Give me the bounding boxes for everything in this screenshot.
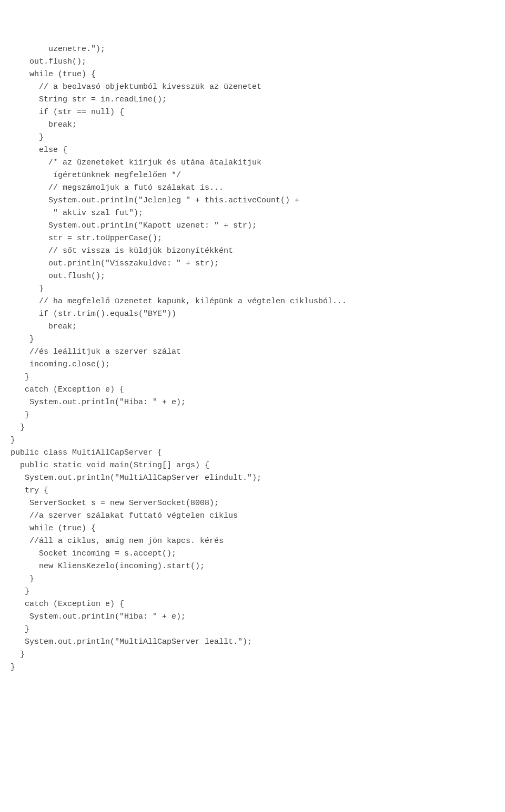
code-line: // megszámoljuk a futó szálakat is...: [11, 182, 494, 194]
code-line: break;: [11, 119, 494, 131]
code-line: ServerSocket s = new ServerSocket(8008);: [11, 497, 494, 510]
code-line: //és leállítjuk a szerver szálat: [11, 346, 494, 358]
code-line: public static void main(String[] args) {: [11, 459, 494, 472]
code-line: out.println("Visszakuldve: " + str);: [11, 258, 494, 270]
code-line: }: [11, 283, 494, 295]
code-line: }: [11, 661, 494, 674]
code-line: }: [11, 573, 494, 585]
code-line: // ha megfelelő üzenetet kapunk, kilépün…: [11, 295, 494, 308]
code-line: }: [11, 585, 494, 598]
code-line: String str = in.readLine();: [11, 94, 494, 106]
code-line: out.flush();: [11, 56, 494, 68]
code-line: System.out.println("Jelenleg " + this.ac…: [11, 194, 494, 207]
code-line: try {: [11, 485, 494, 497]
code-line: System.out.println("Kapott uzenet: " + s…: [11, 220, 494, 232]
code-line: str = str.toUpperCase();: [11, 232, 494, 245]
code-line: out.flush();: [11, 270, 494, 283]
code-line: ígéretünknek megfelelően */: [11, 169, 494, 182]
code-line: }: [11, 649, 494, 661]
code-line: catch (Exception e) {: [11, 598, 494, 611]
code-line: if (str.trim().equals("BYE")): [11, 308, 494, 321]
code-line: uzenetre.");: [11, 43, 494, 56]
code-line: System.out.println("MultiAllCapServer le…: [11, 636, 494, 649]
code-line: while (true) {: [11, 68, 494, 81]
code-line: public class MultiAllCapServer {: [11, 447, 494, 459]
code-line: }: [11, 409, 494, 422]
code-line: }: [11, 422, 494, 434]
code-line: }: [11, 131, 494, 144]
code-line: }: [11, 371, 494, 384]
code-line: // sőt vissza is küldjük bizonyítékként: [11, 245, 494, 258]
code-line: //a szerver szálakat futtató végtelen ci…: [11, 510, 494, 522]
code-line: System.out.println("Hiba: " + e);: [11, 611, 494, 623]
code-line: }: [11, 333, 494, 346]
code-line: " aktiv szal fut");: [11, 207, 494, 220]
code-line: }: [11, 434, 494, 447]
code-line: }: [11, 623, 494, 636]
code-line: //áll a ciklus, amíg nem jön kapcs. kéré…: [11, 535, 494, 548]
code-line: catch (Exception e) {: [11, 384, 494, 396]
code-line: while (true) {: [11, 522, 494, 535]
code-line: Socket incoming = s.accept();: [11, 548, 494, 560]
code-line: System.out.println("Hiba: " + e);: [11, 396, 494, 409]
code-line: incoming.close();: [11, 358, 494, 371]
code-line: System.out.println("MultiAllCapServer el…: [11, 472, 494, 485]
code-line: /* az üzeneteket kiírjuk és utána átalak…: [11, 157, 494, 169]
code-block: uzenetre."); out.flush(); while (true) {…: [11, 43, 494, 674]
code-line: new KliensKezelo(incoming).start();: [11, 560, 494, 573]
code-line: break;: [11, 321, 494, 333]
code-line: if (str == null) {: [11, 106, 494, 119]
code-line: // a beolvasó objektumból kivesszük az ü…: [11, 81, 494, 94]
code-line: else {: [11, 144, 494, 157]
